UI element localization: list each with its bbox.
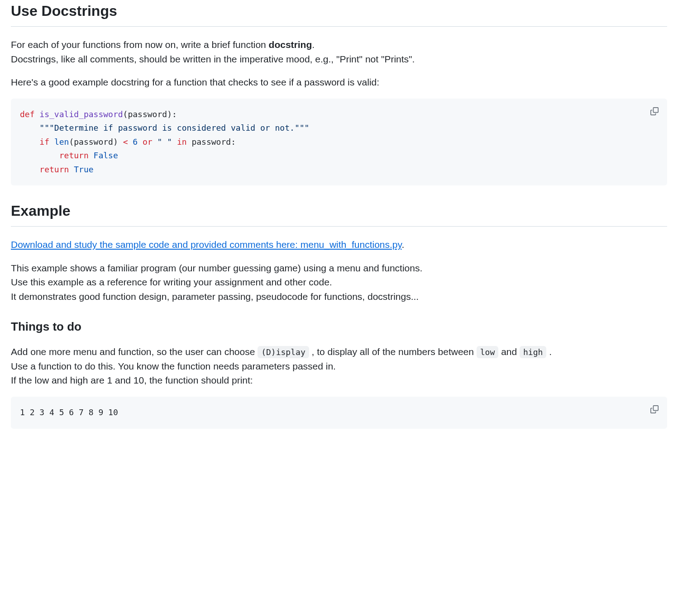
text: Add one more menu and function, so the u…	[11, 346, 258, 357]
docstring: """Determine if password is considered v…	[39, 123, 309, 133]
paragraph: Add one more menu and function, so the u…	[11, 345, 667, 359]
paragraph: Use this example as a reference for writ…	[11, 275, 667, 289]
code-block-output: 1 2 3 4 5 6 7 8 9 10	[11, 397, 667, 429]
paragraph: If the low and high are 1 and 10, the fu…	[11, 373, 667, 388]
copy-icon	[650, 107, 659, 115]
paragraph: Here's a good example docstring for a fu…	[11, 75, 667, 90]
bold-text: docstring	[269, 39, 312, 50]
punct: )	[113, 137, 123, 147]
string: " "	[158, 137, 172, 147]
keyword: return	[39, 165, 69, 174]
punct: ):	[167, 109, 177, 119]
punct: (	[69, 137, 74, 147]
punct: :	[231, 137, 236, 147]
text: and	[498, 346, 520, 357]
text: .	[312, 39, 315, 50]
number: 6	[133, 137, 138, 147]
paragraph: Docstrings, like all comments, should be…	[11, 52, 667, 66]
var: password	[74, 137, 113, 147]
operator: <	[123, 137, 128, 147]
param: password	[128, 109, 167, 119]
keyword: or	[143, 137, 153, 147]
paragraph: It demonstrates good function design, pa…	[11, 289, 667, 304]
code-content: 1 2 3 4 5 6 7 8 9 10	[20, 406, 658, 420]
heading-use-docstrings: Use Docstrings	[11, 0, 667, 27]
function-name: is_valid_password	[39, 109, 123, 119]
text: .	[401, 239, 404, 250]
var: password	[191, 137, 231, 147]
code-content: def is_valid_password(password): """Dete…	[20, 108, 658, 177]
paragraph: For each of your functions from now on, …	[11, 38, 667, 52]
builtin: len	[54, 137, 69, 147]
output-text: 1 2 3 4 5 6 7 8 9 10	[20, 408, 118, 417]
constant: False	[94, 151, 118, 160]
copy-button[interactable]	[647, 402, 662, 417]
paragraph: Use a function to do this. You know the …	[11, 359, 667, 374]
heading-example: Example	[11, 200, 667, 227]
keyword: if	[39, 137, 49, 147]
keyword: in	[177, 137, 187, 147]
text: For each of your functions from now on, …	[11, 39, 269, 50]
inline-code-high: high	[520, 346, 546, 358]
punct: (	[123, 109, 128, 119]
inline-code-display: (D)isplay	[258, 346, 309, 358]
paragraph: Download and study the sample code and p…	[11, 237, 667, 252]
copy-button[interactable]	[647, 104, 662, 118]
constant: True	[74, 165, 93, 174]
copy-icon	[650, 405, 659, 413]
keyword: def	[20, 109, 35, 119]
inline-code-low: low	[477, 346, 499, 358]
paragraph: This example shows a familiar program (o…	[11, 261, 667, 275]
download-link[interactable]: Download and study the sample code and p…	[11, 239, 401, 250]
text: .	[546, 346, 552, 357]
text: , to display all of the numbers between	[309, 346, 477, 357]
heading-things-to-do: Things to do	[11, 318, 667, 336]
keyword: return	[59, 151, 89, 160]
code-block-password: def is_valid_password(password): """Dete…	[11, 99, 667, 186]
